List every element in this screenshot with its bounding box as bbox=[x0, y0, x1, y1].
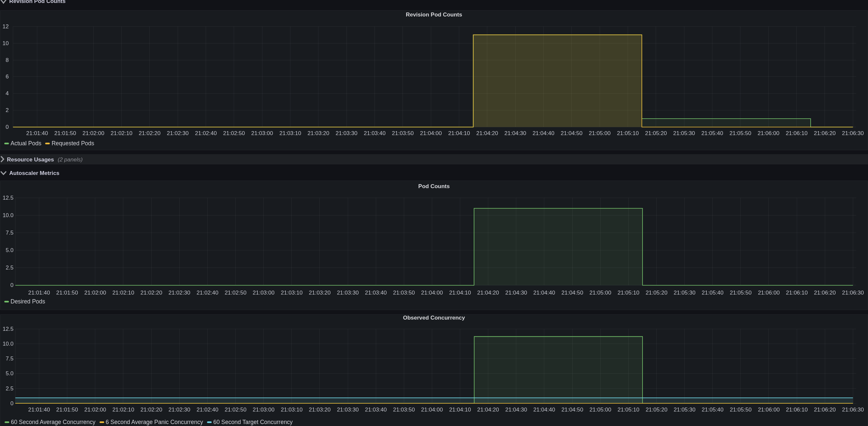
svg-text:21:04:20: 21:04:20 bbox=[477, 290, 499, 296]
svg-text:21:06:30: 21:06:30 bbox=[842, 406, 864, 413]
svg-text:21:04:00: 21:04:00 bbox=[420, 130, 442, 136]
svg-text:21:05:20: 21:05:20 bbox=[646, 290, 667, 296]
svg-text:21:01:50: 21:01:50 bbox=[54, 130, 76, 136]
svg-text:8: 8 bbox=[6, 57, 8, 63]
svg-text:21:06:10: 21:06:10 bbox=[786, 406, 808, 413]
svg-text:21:03:50: 21:03:50 bbox=[393, 406, 415, 413]
svg-text:21:06:10: 21:06:10 bbox=[786, 290, 808, 296]
svg-text:21:05:20: 21:05:20 bbox=[645, 130, 667, 136]
svg-text:21:05:10: 21:05:10 bbox=[617, 130, 639, 136]
svg-text:21:03:00: 21:03:00 bbox=[251, 130, 273, 136]
svg-text:21:01:40: 21:01:40 bbox=[28, 406, 50, 413]
svg-text:21:03:30: 21:03:30 bbox=[337, 290, 359, 296]
svg-text:10: 10 bbox=[3, 40, 9, 46]
svg-text:21:02:30: 21:02:30 bbox=[168, 290, 190, 296]
svg-text:21:03:50: 21:03:50 bbox=[393, 290, 415, 296]
svg-text:7.5: 7.5 bbox=[6, 230, 13, 236]
svg-text:21:02:00: 21:02:00 bbox=[83, 130, 104, 136]
svg-text:21:03:40: 21:03:40 bbox=[365, 406, 387, 413]
svg-text:21:02:50: 21:02:50 bbox=[224, 290, 246, 296]
svg-text:21:01:40: 21:01:40 bbox=[26, 130, 48, 136]
svg-text:21:03:20: 21:03:20 bbox=[309, 290, 331, 296]
svg-text:21:02:10: 21:02:10 bbox=[113, 406, 134, 413]
svg-text:21:05:10: 21:05:10 bbox=[617, 406, 639, 413]
svg-text:4: 4 bbox=[6, 90, 8, 97]
svg-text:21:02:40: 21:02:40 bbox=[196, 290, 218, 296]
svg-text:21:06:30: 21:06:30 bbox=[842, 290, 864, 296]
svg-text:21:04:00: 21:04:00 bbox=[421, 290, 443, 296]
svg-text:21:05:30: 21:05:30 bbox=[673, 130, 695, 136]
svg-text:12.5: 12.5 bbox=[3, 195, 13, 201]
svg-text:21:03:00: 21:03:00 bbox=[253, 406, 275, 413]
svg-text:21:06:00: 21:06:00 bbox=[757, 130, 779, 136]
svg-text:21:05:40: 21:05:40 bbox=[701, 130, 723, 136]
svg-text:21:05:40: 21:05:40 bbox=[702, 290, 723, 296]
svg-text:21:06:20: 21:06:20 bbox=[814, 290, 836, 296]
svg-text:21:02:50: 21:02:50 bbox=[223, 130, 245, 136]
svg-text:21:05:40: 21:05:40 bbox=[702, 406, 723, 413]
svg-text:21:02:10: 21:02:10 bbox=[111, 130, 132, 136]
svg-text:21:05:50: 21:05:50 bbox=[730, 130, 751, 136]
svg-text:21:02:20: 21:02:20 bbox=[141, 406, 162, 413]
svg-text:21:02:30: 21:02:30 bbox=[167, 130, 189, 136]
svg-text:21:02:20: 21:02:20 bbox=[141, 290, 162, 296]
svg-text:21:04:20: 21:04:20 bbox=[476, 130, 498, 136]
svg-text:6: 6 bbox=[6, 73, 8, 80]
svg-text:21:03:20: 21:03:20 bbox=[308, 130, 329, 136]
svg-text:21:06:20: 21:06:20 bbox=[814, 130, 836, 136]
svg-text:21:04:40: 21:04:40 bbox=[532, 130, 554, 136]
svg-text:21:02:10: 21:02:10 bbox=[113, 290, 134, 296]
svg-text:21:02:40: 21:02:40 bbox=[196, 406, 218, 413]
svg-text:21:03:40: 21:03:40 bbox=[365, 290, 387, 296]
svg-text:0: 0 bbox=[6, 124, 8, 130]
svg-text:21:01:50: 21:01:50 bbox=[56, 406, 78, 413]
svg-text:21:02:00: 21:02:00 bbox=[84, 406, 106, 413]
svg-text:21:03:30: 21:03:30 bbox=[336, 130, 358, 136]
svg-text:21:03:20: 21:03:20 bbox=[309, 406, 331, 413]
svg-text:21:05:30: 21:05:30 bbox=[674, 406, 695, 413]
svg-text:2: 2 bbox=[6, 107, 8, 113]
svg-text:21:05:00: 21:05:00 bbox=[589, 406, 611, 413]
svg-text:21:06:00: 21:06:00 bbox=[758, 290, 780, 296]
svg-text:21:04:10: 21:04:10 bbox=[449, 290, 471, 296]
svg-text:21:04:40: 21:04:40 bbox=[533, 406, 555, 413]
svg-text:21:04:10: 21:04:10 bbox=[448, 130, 470, 136]
svg-text:21:03:10: 21:03:10 bbox=[280, 130, 301, 136]
svg-text:21:01:40: 21:01:40 bbox=[28, 290, 50, 296]
svg-text:21:04:50: 21:04:50 bbox=[561, 130, 583, 136]
svg-text:21:03:10: 21:03:10 bbox=[281, 290, 303, 296]
svg-text:21:05:50: 21:05:50 bbox=[730, 290, 752, 296]
svg-text:21:04:50: 21:04:50 bbox=[561, 406, 583, 413]
svg-text:10.0: 10.0 bbox=[3, 212, 13, 219]
svg-text:21:03:10: 21:03:10 bbox=[281, 406, 303, 413]
svg-text:21:02:50: 21:02:50 bbox=[224, 406, 246, 413]
svg-text:21:01:50: 21:01:50 bbox=[56, 290, 78, 296]
svg-text:21:05:00: 21:05:00 bbox=[589, 290, 611, 296]
svg-text:21:03:30: 21:03:30 bbox=[337, 406, 359, 413]
svg-text:21:06:20: 21:06:20 bbox=[814, 406, 836, 413]
svg-text:21:03:40: 21:03:40 bbox=[364, 130, 386, 136]
svg-text:10.0: 10.0 bbox=[3, 341, 13, 347]
svg-text:21:04:30: 21:04:30 bbox=[504, 130, 526, 136]
svg-text:2.5: 2.5 bbox=[6, 386, 13, 392]
svg-text:5.0: 5.0 bbox=[6, 247, 13, 253]
svg-text:21:06:30: 21:06:30 bbox=[842, 130, 864, 136]
svg-text:21:05:00: 21:05:00 bbox=[589, 130, 611, 136]
svg-text:21:04:40: 21:04:40 bbox=[533, 290, 555, 296]
svg-text:21:04:50: 21:04:50 bbox=[561, 290, 583, 296]
svg-text:21:04:10: 21:04:10 bbox=[449, 406, 471, 413]
svg-text:21:04:20: 21:04:20 bbox=[477, 406, 499, 413]
svg-text:21:04:00: 21:04:00 bbox=[421, 406, 443, 413]
svg-text:21:04:30: 21:04:30 bbox=[505, 290, 527, 296]
svg-text:0: 0 bbox=[10, 400, 13, 406]
svg-text:21:04:30: 21:04:30 bbox=[505, 406, 527, 413]
svg-text:2.5: 2.5 bbox=[6, 265, 13, 271]
svg-text:12: 12 bbox=[3, 23, 9, 30]
svg-text:0: 0 bbox=[10, 282, 13, 288]
svg-text:12.5: 12.5 bbox=[3, 326, 13, 332]
svg-text:21:03:00: 21:03:00 bbox=[253, 290, 275, 296]
svg-text:21:05:20: 21:05:20 bbox=[646, 406, 667, 413]
svg-text:21:05:50: 21:05:50 bbox=[730, 406, 752, 413]
svg-text:21:02:20: 21:02:20 bbox=[139, 130, 160, 136]
svg-text:21:05:30: 21:05:30 bbox=[674, 290, 695, 296]
